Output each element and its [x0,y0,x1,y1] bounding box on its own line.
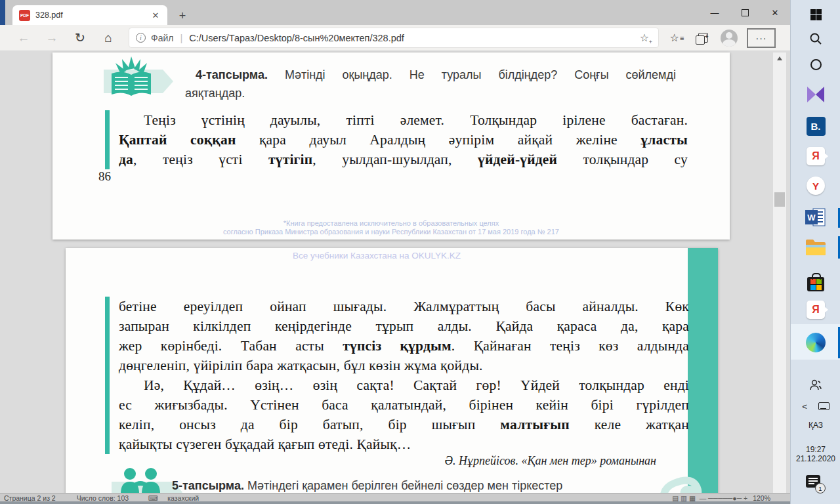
browser-toolbar: ← → ↻ ⌂ i Файл | C:/Users/Тараз/Desktop/… [0,25,790,51]
search-icon [809,32,822,45]
passage-text-page1: Теңіз үстінің дауылы, тіпті әлемет. Толқ… [105,110,688,169]
back-button[interactable]: ← [13,28,34,49]
passage-text-page2: бетіне ереуілдеп ойнап шығады. Жалмұратт… [105,297,689,454]
favorites-bar-icon[interactable]: ☆≡ [665,28,688,49]
maximize-icon [742,9,749,16]
b-app-button[interactable]: B. [791,116,840,136]
passage-line: дөңгеленіп, үйіріліп бара жатқасын, бұл … [119,356,689,375]
passage-line: Теңіз үстінің дауылы, тіпті әлемет. Толқ… [119,110,688,130]
pdf-viewer: 4-тапсырма. Мәтінді оқыңдар. Не туралы б… [0,51,790,504]
b-app-icon: B. [807,117,826,136]
kmplayer-icon [806,85,826,104]
copyright-watermark-line2: согласно Приказа Министра образования и … [52,228,730,236]
action-center-button[interactable]: 1 [791,474,840,495]
passage-line: келіп, онсыз да бір батып, бір шығып мал… [119,415,689,434]
edge-icon [806,333,826,352]
page-number: 86 [98,169,111,184]
attribution-line: Ә. Нұрпейісов. «Қан мен тер» романынан [262,454,656,468]
task5-label: 5-тапсырма. [172,479,244,492]
add-favorite-icon[interactable]: ☆+ [637,32,652,44]
word-icon: W [805,207,826,227]
window-controls: — ✕ [700,0,790,25]
scroll-up-button[interactable] [773,52,786,64]
passage-line: запыран кілкілдеп кеңірдегінде тұрып алд… [119,316,689,336]
people-icon [808,378,823,392]
passage-line: бетіне ереуілдеп ойнап шығады. Жалмұратт… [119,297,689,316]
word-button[interactable]: W [791,207,840,228]
minimize-button[interactable]: — [700,0,730,25]
scrollbar-thumb[interactable] [774,192,785,207]
new-tab-button[interactable]: + [175,8,190,24]
cortana-button[interactable] [791,56,840,72]
file-explorer-button[interactable] [791,236,840,259]
tray-time: 19:27 [796,445,835,454]
refresh-button[interactable]: ↻ [70,28,91,49]
tray-people-button[interactable] [791,377,840,394]
vertical-scrollbar[interactable] [773,52,786,504]
tray-date: 21.12.2020 [796,454,835,463]
maximize-button[interactable] [730,0,760,25]
settings-more-button[interactable]: ··· [747,28,776,48]
cortana-icon [810,59,822,70]
yandex-icon: Я [807,147,825,165]
address-bar[interactable]: i Файл | C:/Users/Тараз/Desktop/8-сын%20… [129,28,659,48]
yandex-app-button[interactable]: Я [791,146,840,167]
url-text[interactable]: C:/Users/Тараз/Desktop/8-сын%20мектеп/32… [189,33,637,43]
status-bar-edge [0,501,790,504]
collections-icon[interactable] [692,28,714,49]
tab-close-icon[interactable]: ✕ [149,9,162,22]
yandex-icon-2: Я [807,301,825,319]
close-button[interactable]: ✕ [760,0,790,25]
task4-instruction-line1: 4-тапсырма. Мәтінді оқыңдар. Не туралы б… [196,68,676,82]
passage-line: қайықты сүзеген бұқадай қағып өтеді. Қай… [119,434,689,454]
svg-text:W: W [807,213,816,222]
windows-logo-icon [810,9,822,20]
info-icon[interactable]: i [136,33,146,43]
pdf-file-icon: PDF [19,10,30,21]
forward-button[interactable]: → [41,28,62,49]
passage-line: да, теңіз үсті түтігіп, уылдап-шуылдап, … [119,150,688,169]
hidden-icons-chevron[interactable]: < [802,402,807,411]
tab-strip: PDF 328.pdf ✕ + — ✕ [5,0,790,25]
url-scheme-label: Файл [151,33,173,43]
tab-328pdf[interactable]: PDF 328.pdf ✕ [12,5,167,25]
home-button[interactable]: ⌂ [98,28,119,49]
clock[interactable]: 19:2721.12.2020 [791,444,840,465]
notification-badge: 1 [815,483,826,494]
address-separator: | [180,32,182,43]
touch-keyboard-icon[interactable] [818,402,830,410]
passage-line: жер көрінбеді. Табан асты түпсіз құрдым.… [119,336,689,356]
tab-title: 328.pdf [35,10,149,20]
tray-icons-row: < [791,399,840,413]
copyright-watermark-line1: *Книга предоставлена исключительно в обр… [52,219,730,227]
pdf-page-1: 4-тапсырма. Мәтінді оқыңдар. Не туралы б… [52,52,730,240]
file-explorer-icon [805,238,826,257]
taskbar: B. Я Y W Я < [790,0,840,504]
profile-avatar[interactable] [718,28,740,49]
avatar [721,30,738,47]
scroll-up-icon [777,56,782,60]
microsoft-store-icon [807,277,824,291]
microsoft-store-button[interactable] [791,270,840,294]
kmplayer-button[interactable] [791,84,840,105]
yandex-browser-button[interactable]: Y [791,175,840,196]
passage-line: Иә, Құдай… өзің… өзің сақта! Сақтай гөр!… [119,375,689,395]
pdf-page-2: Все учебники Казахстана на OKULYK.KZ бет… [66,248,718,504]
search-button[interactable] [791,30,840,47]
task4-label: 4-тапсырма. [196,68,268,81]
yandex-app2-button[interactable]: Я [791,299,840,320]
okulyk-watermark: Все учебники Казахстана на OKULYK.KZ [66,251,688,261]
task5-instruction: 5-тапсырма. Мәтіндегі қарамен берілген б… [172,479,690,493]
yandex-browser-icon: Y [807,177,825,195]
passage-line: Қаптай соққан қара дауыл Аралдың әупірім… [119,130,688,150]
task4-instruction-line2: аяқтаңдар. [185,87,245,100]
language-indicator[interactable]: ҚАЗ [791,419,840,432]
browser-window: PDF 328.pdf ✕ + — ✕ ← → ↻ ⌂ i Файл | C:/… [0,0,790,504]
edge-button[interactable] [791,332,840,353]
start-button[interactable] [791,7,840,22]
reading-task-icon [97,55,176,101]
passage-line: ес жиғызбады. Үстінен баса қалатындай, б… [119,395,689,415]
